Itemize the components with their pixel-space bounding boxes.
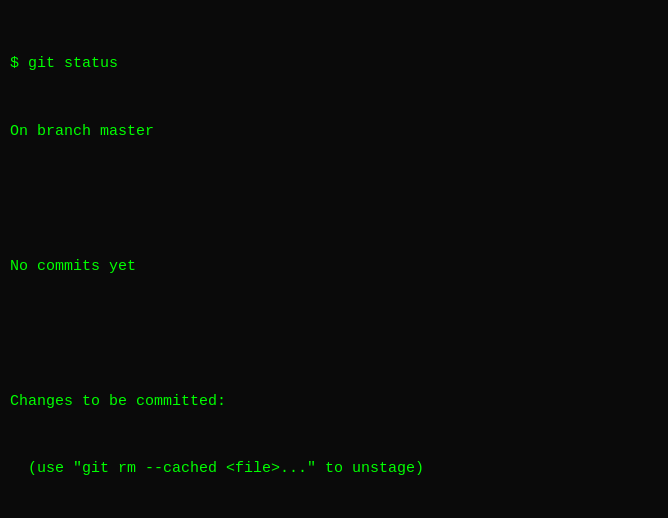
- terminal-output: $ git status On branch master No commits…: [10, 8, 658, 518]
- no-commits-line: No commits yet: [10, 256, 658, 279]
- branch-line: On branch master: [10, 121, 658, 144]
- unstage-hint: (use "git rm --cached <file>..." to unst…: [10, 458, 658, 481]
- empty-line-2: [10, 323, 658, 346]
- changes-header: Changes to be committed:: [10, 391, 658, 414]
- prompt-line: $ git status: [10, 53, 658, 76]
- empty-line-1: [10, 188, 658, 211]
